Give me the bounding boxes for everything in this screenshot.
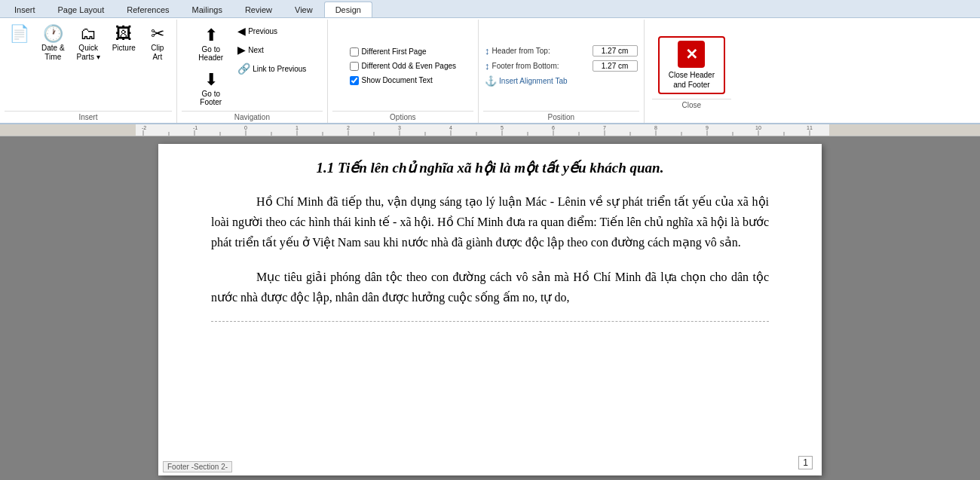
header-from-top-value[interactable] bbox=[593, 45, 638, 57]
close-x-icon: ✕ bbox=[678, 41, 705, 68]
svg-text:1: 1 bbox=[296, 125, 299, 130]
svg-text:4: 4 bbox=[449, 125, 452, 130]
clipart-icon: ✂ bbox=[151, 26, 164, 42]
btn-quick-parts[interactable]: 🗂 QuickParts ▾ bbox=[72, 23, 105, 65]
group-position-items: ↕ Header from Top: ↕ Footer from Bottom:… bbox=[483, 23, 639, 109]
footer-from-bottom-label: Footer from Bottom: bbox=[492, 62, 590, 70]
document-heading: 1.1 Tiến lên chủ nghĩa xã hội là một tất… bbox=[211, 159, 769, 176]
group-insert: 📄 🕐 Date &Time 🗂 QuickParts ▾ 🖼 Picture … bbox=[0, 20, 177, 123]
svg-text:-1: -1 bbox=[193, 125, 198, 130]
group-close: ✕ Close Headerand Footer Close bbox=[645, 20, 739, 123]
btn-page[interactable]: 📄 bbox=[5, 23, 34, 47]
cb-show-doc-text-label: Show Document Text bbox=[362, 76, 433, 84]
group-navigation-label: Navigation bbox=[182, 111, 323, 121]
btn-picture-label: Picture bbox=[112, 44, 136, 53]
group-navigation-items: ⬆ Go toHeader ⬇ Go toFooter ◀ Previous ▶… bbox=[194, 23, 310, 109]
header-position-icon: ↕ bbox=[485, 45, 490, 57]
previous-icon: ◀ bbox=[237, 25, 246, 37]
tab-view[interactable]: View bbox=[283, 2, 324, 17]
insert-alignment-label: Insert Alignment Tab bbox=[499, 77, 597, 85]
document-paragraph-1: Hồ Chí Minh đã tiếp thu, vận dụng sáng t… bbox=[211, 191, 769, 253]
cb-different-odd-even-label: Different Odd & Even Pages bbox=[362, 62, 456, 70]
cb-different-first[interactable]: Different First Page bbox=[348, 46, 429, 58]
position-align-row: ⚓ Insert Alignment Tab bbox=[483, 75, 599, 87]
document-area: 1.1 Tiến lên chủ nghĩa xã hội là một tất… bbox=[0, 136, 980, 480]
header-from-top-label: Header from Top: bbox=[492, 47, 590, 55]
svg-text:8: 8 bbox=[654, 125, 657, 130]
svg-text:2: 2 bbox=[347, 125, 350, 130]
btn-previous[interactable]: ◀ Previous bbox=[234, 23, 310, 39]
btn-next-label: Next bbox=[248, 46, 264, 54]
btn-close-header-footer-label: Close Headerand Footer bbox=[669, 70, 715, 90]
cb-different-odd-even-input[interactable] bbox=[350, 62, 359, 71]
btn-clip-art-label: ClipArt bbox=[151, 44, 164, 62]
group-position-label: Position bbox=[483, 111, 639, 121]
btn-clip-art[interactable]: ✂ ClipArt bbox=[143, 23, 172, 65]
footer-section-label: Footer -Section 2- bbox=[163, 461, 232, 472]
group-insert-items: 📄 🕐 Date &Time 🗂 QuickParts ▾ 🖼 Picture … bbox=[5, 23, 172, 109]
group-options-label: Options bbox=[332, 111, 473, 121]
ruler-svg: -2 -1 0 1 2 3 4 5 6 bbox=[0, 124, 980, 136]
btn-date-time[interactable]: 🕐 Date &Time bbox=[37, 23, 69, 65]
go-footer-icon: ⬇ bbox=[204, 70, 218, 90]
tab-mailings[interactable]: Mailings bbox=[181, 2, 234, 17]
svg-text:7: 7 bbox=[603, 125, 606, 130]
svg-rect-1 bbox=[136, 124, 829, 136]
btn-go-header[interactable]: ⬆ Go toHeader bbox=[194, 23, 228, 65]
svg-text:10: 10 bbox=[755, 125, 761, 130]
btn-close-header-footer[interactable]: ✕ Close Headerand Footer bbox=[658, 36, 725, 94]
btn-picture[interactable]: 🖼 Picture bbox=[108, 23, 140, 56]
tab-design[interactable]: Design bbox=[324, 2, 372, 17]
group-options: Different First Page Different Odd & Eve… bbox=[328, 20, 479, 123]
position-header-row: ↕ Header from Top: bbox=[483, 44, 639, 57]
btn-quick-parts-label: QuickParts ▾ bbox=[77, 44, 100, 62]
ribbon: 📄 🕐 Date &Time 🗂 QuickParts ▾ 🖼 Picture … bbox=[0, 18, 980, 124]
svg-text:5: 5 bbox=[501, 125, 504, 130]
quickparts-icon: 🗂 bbox=[80, 26, 96, 42]
svg-text:-2: -2 bbox=[142, 125, 146, 130]
go-header-icon: ⬆ bbox=[204, 26, 218, 45]
link-icon: 🔗 bbox=[237, 63, 250, 75]
cb-different-odd-even[interactable]: Different Odd & Even Pages bbox=[348, 60, 458, 72]
page-icon: 📄 bbox=[9, 26, 29, 42]
svg-text:6: 6 bbox=[552, 125, 555, 130]
btn-go-footer-label: Go toFooter bbox=[200, 90, 222, 106]
svg-text:9: 9 bbox=[706, 125, 709, 130]
picture-icon: 🖼 bbox=[115, 26, 132, 42]
document-page: 1.1 Tiến lên chủ nghĩa xã hội là một tất… bbox=[158, 144, 822, 475]
btn-link-previous[interactable]: 🔗 Link to Previous bbox=[234, 60, 310, 77]
group-navigation: ⬆ Go toHeader ⬇ Go toFooter ◀ Previous ▶… bbox=[177, 20, 328, 123]
cb-show-doc-text-input[interactable] bbox=[350, 76, 359, 85]
svg-text:3: 3 bbox=[398, 125, 401, 130]
cb-different-first-label: Different First Page bbox=[362, 47, 427, 56]
clock-icon: 🕐 bbox=[43, 26, 63, 42]
svg-text:0: 0 bbox=[244, 125, 247, 130]
footer-from-bottom-value[interactable] bbox=[593, 60, 638, 72]
btn-link-previous-label: Link to Previous bbox=[253, 65, 306, 73]
group-close-label: Close bbox=[652, 99, 731, 109]
footer-separator bbox=[211, 321, 769, 322]
svg-text:11: 11 bbox=[807, 125, 813, 130]
page-number: 1 bbox=[798, 456, 813, 469]
tab-insert[interactable]: Insert bbox=[3, 2, 47, 17]
btn-go-header-label: Go toHeader bbox=[198, 45, 223, 62]
ruler: -2 -1 0 1 2 3 4 5 6 bbox=[0, 124, 980, 136]
group-options-items: Different First Page Different Odd & Eve… bbox=[348, 23, 458, 109]
btn-previous-label: Previous bbox=[248, 27, 277, 35]
position-footer-row: ↕ Footer from Bottom: bbox=[483, 60, 639, 72]
btn-date-time-label: Date &Time bbox=[41, 44, 65, 62]
btn-go-footer[interactable]: ⬇ Go toFooter bbox=[194, 67, 228, 109]
group-insert-label: Insert bbox=[5, 111, 172, 121]
tab-references[interactable]: References bbox=[115, 2, 180, 17]
cb-different-first-input[interactable] bbox=[350, 47, 359, 57]
footer-position-icon: ↕ bbox=[485, 60, 490, 72]
cb-show-doc-text[interactable]: Show Document Text bbox=[348, 75, 435, 87]
document-paragraph-2: Mục tiêu giải phóng dân tộc theo con đườ… bbox=[211, 267, 769, 307]
align-icon: ⚓ bbox=[485, 75, 497, 87]
tab-bar: Insert Page Layout References Mailings R… bbox=[0, 0, 980, 18]
tab-review[interactable]: Review bbox=[234, 2, 283, 17]
next-icon: ▶ bbox=[237, 44, 246, 56]
tab-page-layout[interactable]: Page Layout bbox=[47, 2, 116, 17]
btn-next[interactable]: ▶ Next bbox=[234, 41, 310, 58]
group-position: ↕ Header from Top: ↕ Footer from Bottom:… bbox=[479, 20, 645, 123]
